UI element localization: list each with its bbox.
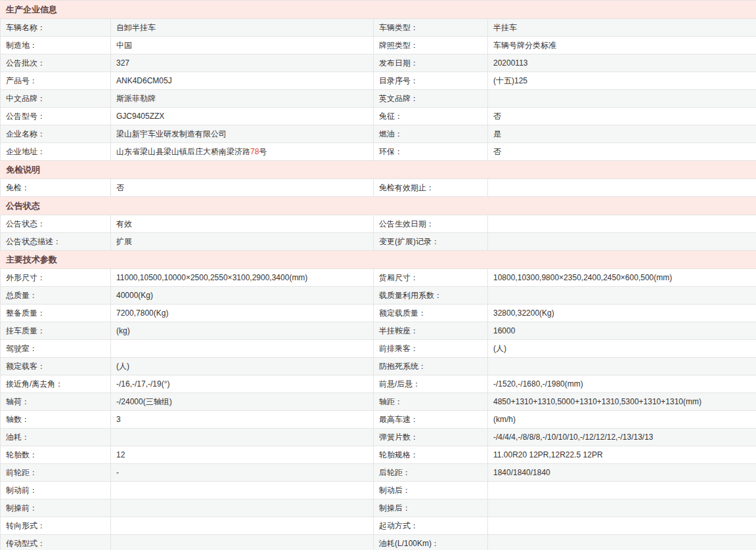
field-label: 免检： — [1, 179, 111, 197]
field-label: 制造地： — [1, 37, 111, 54]
section-title: 生产企业信息 — [1, 1, 756, 19]
field-value — [488, 499, 756, 517]
field-value: (人) — [111, 358, 374, 375]
field-value: 否 — [111, 179, 374, 197]
field-label: 前悬/后悬： — [374, 375, 488, 393]
field-label: 挂车质量： — [1, 322, 111, 340]
field-label: 公告状态： — [1, 215, 111, 233]
table-row: 整备质量：7200,7800(Kg)额定载质量：32800,32200(Kg) — [1, 305, 756, 322]
table-row: 公告批次：327发布日期：20200113 — [1, 54, 756, 72]
field-value: 7200,7800(Kg) — [111, 305, 374, 322]
table-row: 企业地址：山东省梁山县梁山镇后庄大桥南梁济路78号环保：否 — [1, 143, 756, 161]
table-row: 轮胎数：12轮胎规格：11.00R20 12PR,12R22.5 12PR — [1, 446, 756, 464]
field-label: 制操前： — [1, 499, 111, 517]
section-header-row: 生产企业信息 — [1, 1, 756, 19]
field-label: 发布日期： — [374, 54, 488, 72]
field-value: 扩展 — [111, 233, 374, 251]
field-value: -/24000(三轴组) — [111, 393, 374, 411]
field-value: 12 — [111, 446, 374, 464]
field-label: 燃油： — [374, 125, 488, 143]
field-label: 企业名称： — [1, 125, 111, 143]
field-value: 否 — [488, 143, 756, 161]
field-value: 车辆号牌分类标准 — [488, 37, 756, 54]
field-value — [488, 517, 756, 535]
field-label: 目录序号： — [374, 72, 488, 90]
table-row: 制造地：中国牌照类型：车辆号牌分类标准 — [1, 37, 756, 54]
field-value: -/16,-/17,-/19(°) — [111, 375, 374, 393]
field-value: 11.00R20 12PR,12R22.5 12PR — [488, 446, 756, 464]
field-label: 制操后： — [374, 499, 488, 517]
section-title: 公告状态 — [1, 197, 756, 215]
field-label: 产品号： — [1, 72, 111, 90]
section-header-row: 免检说明 — [1, 161, 756, 179]
field-label: 英文品牌： — [374, 90, 488, 108]
field-label: 制动后： — [374, 482, 488, 499]
field-label: 轴荷： — [1, 393, 111, 411]
table-row: 油耗：弹簧片数：-/4/4/4,-/8/8/8,-/10/10/10,-/12/… — [1, 429, 756, 446]
table-row: 制操前：制操后： — [1, 499, 756, 517]
table-row: 轴荷：-/24000(三轴组)轴距：4850+1310+1310,5000+13… — [1, 393, 756, 411]
field-value — [488, 215, 756, 233]
section-header-row: 公告状态 — [1, 197, 756, 215]
section-title: 主要技术参数 — [1, 251, 756, 269]
field-label: 转向形式： — [1, 517, 111, 535]
field-label: 起动方式： — [374, 517, 488, 535]
field-value: 32800,32200(Kg) — [488, 305, 756, 322]
field-value: GJC9405ZZX — [111, 108, 374, 125]
field-label: 额定载客： — [1, 358, 111, 375]
field-label: 后轮距： — [374, 464, 488, 482]
table-row: 免检：否免检有效期止： — [1, 179, 756, 197]
field-value — [488, 233, 756, 251]
field-label: 轮胎规格： — [374, 446, 488, 464]
field-value — [488, 179, 756, 197]
field-value: 16000 — [488, 322, 756, 340]
field-label: 半挂鞍座： — [374, 322, 488, 340]
field-label: 前排乘客： — [374, 340, 488, 358]
field-value: 4850+1310+1310,5000+1310+1310,5300+1310+… — [488, 393, 756, 411]
value-text: 号 — [259, 147, 267, 156]
field-label: 轴数： — [1, 411, 111, 429]
field-value: (kg) — [111, 322, 374, 340]
table-row: 驾驶室：前排乘客：(人) — [1, 340, 756, 358]
field-value — [488, 90, 756, 108]
field-value — [111, 429, 374, 446]
field-label: 最高车速： — [374, 411, 488, 429]
field-value — [111, 517, 374, 535]
table-row: 公告状态：有效公告生效日期： — [1, 215, 756, 233]
field-label: 载质量利用系数： — [374, 287, 488, 305]
field-value: 40000(Kg) — [111, 287, 374, 305]
field-label: 轮胎数： — [1, 446, 111, 464]
field-label: 整备质量： — [1, 305, 111, 322]
field-value: (人) — [488, 340, 756, 358]
field-value: -/4/4/4,-/8/8/8,-/10/10/10,-/12/12/12,-/… — [488, 429, 756, 446]
field-value — [488, 287, 756, 305]
field-label: 公告状态描述： — [1, 233, 111, 251]
field-value: 梁山新宇车业研发制造有限公司 — [111, 125, 374, 143]
field-value — [111, 340, 374, 358]
field-label: 驾驶室： — [1, 340, 111, 358]
table-row: 挂车质量：(kg)半挂鞍座：16000 — [1, 322, 756, 340]
field-value: (十五)125 — [488, 72, 756, 90]
value-text: 山东省梁山县梁山镇后庄大桥南梁济路 — [116, 147, 250, 156]
table-row: 额定载客：(人)防抱死系统： — [1, 358, 756, 375]
field-value: 1840/1840/1840 — [488, 464, 756, 482]
field-label: 中文品牌： — [1, 90, 111, 108]
field-label: 弹簧片数： — [374, 429, 488, 446]
field-label: 轴距： — [374, 393, 488, 411]
field-value: 有效 — [111, 215, 374, 233]
field-label: 总质量： — [1, 287, 111, 305]
highlighted-text: 78 — [250, 147, 259, 156]
field-label: 变更(扩展)记录： — [374, 233, 488, 251]
section-title: 免检说明 — [1, 161, 756, 179]
field-value: - — [111, 464, 374, 482]
field-value: ANK4D6CM05J — [111, 72, 374, 90]
field-label: 额定载质量： — [374, 305, 488, 322]
field-label: 免征： — [374, 108, 488, 125]
table-row: 轴数：3最高车速：(km/h) — [1, 411, 756, 429]
field-label: 牌照类型： — [374, 37, 488, 54]
field-value: 中国 — [111, 37, 374, 54]
field-value — [111, 535, 374, 550]
section-header-row: 主要技术参数 — [1, 251, 756, 269]
table-row: 接近角/离去角：-/16,-/17,-/19(°)前悬/后悬：-/1520,-/… — [1, 375, 756, 393]
field-label: 车辆名称： — [1, 19, 111, 37]
